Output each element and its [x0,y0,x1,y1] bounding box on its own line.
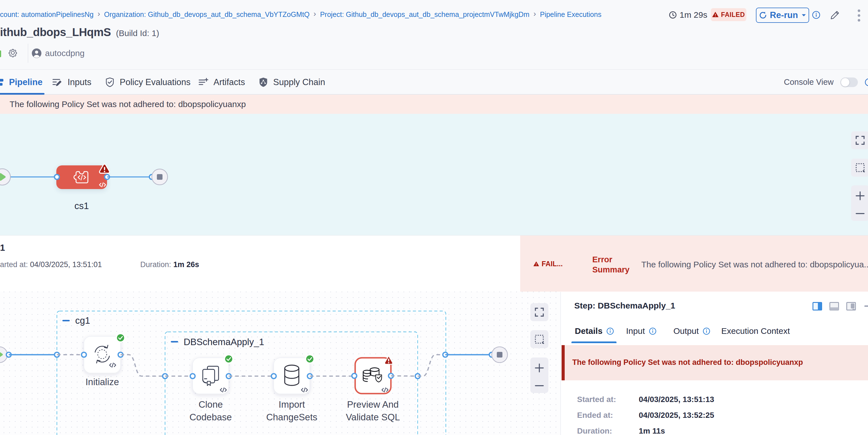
detail-row-ended: Ended at:04/03/2025, 13:52:25 [577,411,714,420]
fullscreen-button[interactable] [851,131,868,149]
panel-tab-details[interactable]: Details [575,326,614,336]
connector-dot [190,374,195,378]
rerun-button-label: Re-run [770,10,798,20]
stage-graph-canvas[interactable]: cs1 [0,114,868,235]
stage-duration: Duration:1m 26s [140,260,199,269]
info-icon[interactable] [649,328,656,335]
success-badge [224,355,233,363]
success-badge [306,355,314,363]
stage-started-value: 04/03/2025, 13:51:01 [30,260,102,269]
connector-dot [271,374,276,378]
trigger-user: autocdpng [45,49,85,58]
view-right-icon[interactable] [846,302,856,310]
tab-pipeline-label: Pipeline [9,77,42,87]
execution-graph-canvas[interactable]: cg1 Initialize DBSchemaApply_1 [0,291,560,435]
stage-started-label: arted at: [0,260,28,269]
success-badge [116,334,125,342]
active-tab-underline [571,341,617,343]
stage-error-summary: FAIL... ErrorSummary The following Polic… [520,236,868,291]
console-view-control: Console View [784,70,858,95]
detail-row-ended-label: Ended at: [577,411,639,420]
stage-summary-band: 1 arted at: 04/03/2025, 13:51:01 Duratio… [0,235,868,291]
policy-banner: The following Policy Set was not adhered… [0,95,868,114]
breadcrumb-account[interactable]: count: automationPipelinesNg [0,10,93,19]
stage-end-node [152,169,167,185]
stage-node-cs1[interactable] [54,164,110,189]
inputs-icon [52,77,63,87]
breadcrumb-pipeline-executions[interactable]: Pipeline Executions [540,10,601,19]
toggle-knob [841,78,850,87]
exec-end-node [492,347,507,363]
shield-check-icon [105,77,115,87]
status-badge-label: FAILED [721,11,745,19]
panel-tab-details-label: Details [575,326,602,336]
step-node-clone-codebase[interactable] [190,355,233,394]
info-icon[interactable] [865,78,868,87]
step-node-initialize[interactable] [82,334,125,373]
stage-node-label: cs1 [74,200,89,211]
breadcrumb-separator-icon: › [533,9,536,18]
detail-row-started-value: 04/03/2025, 13:51:13 [639,395,714,404]
step-error-message: The following Policy Set was not adhered… [572,358,803,367]
tab-pipeline[interactable]: Pipeline [0,70,42,95]
zoom-in-button[interactable] [534,363,545,373]
info-icon[interactable] [607,328,614,335]
pipeline-puzzle-icon [0,77,4,87]
tab-inputs[interactable]: Inputs [52,70,91,95]
step-node-import-changesets[interactable] [271,355,314,394]
console-view-label: Console View [784,77,834,87]
title-row: ithub_dbops_LHqmS (Build Id: 1) [0,26,159,40]
tab-supply-chain[interactable]: Supply Chain [258,70,325,95]
divider [28,44,28,63]
breadcrumb-organization[interactable]: Organization: Github_db_devops_aut_db_sc… [104,10,310,19]
edit-pencil-icon[interactable] [829,9,841,21]
view-bottom-icon[interactable] [829,302,839,310]
tab-artifacts[interactable]: Artifacts [198,70,245,95]
zoom-out-button[interactable] [534,384,545,388]
tab-policy-evaluations[interactable]: Policy Evaluations [105,70,191,95]
info-icon[interactable] [703,328,710,335]
chevron-down-icon [801,13,806,17]
fullscreen-button[interactable] [530,303,548,321]
kebab-menu-icon[interactable] [857,8,861,23]
breadcrumb-separator-icon: › [313,9,316,18]
step-node-preview-validate-sql[interactable] [352,356,393,394]
step-label-clone-1: Clone [198,399,223,410]
edge-dashed [121,355,165,376]
view-split-icon[interactable] [812,302,822,310]
panel-collapse-icon[interactable] [864,305,868,307]
panel-tab-execution-context[interactable]: Execution Context [721,326,790,336]
stage-started-at: arted at: 04/03/2025, 13:51:01 [0,260,102,269]
zoom-in-button[interactable] [855,191,865,201]
marquee-select-button[interactable] [851,159,868,177]
error-box-bar [562,345,565,380]
step-label-clone-2: Codebase [190,412,232,422]
page-title: ithub_dbops_LHqmS [0,26,111,39]
step-panel-title: Step: DBSchemaApply_1 [574,301,675,310]
panel-tab-input[interactable]: Input [626,326,656,336]
step-label-initialize: Initialize [85,377,119,387]
detail-row-ended-value: 04/03/2025, 13:52:25 [639,411,714,420]
detail-row-duration-label: Duration: [577,427,639,435]
stage-name: 1 [0,243,5,253]
refresh-icon [759,11,767,20]
gear-icon[interactable] [8,49,18,58]
stop-icon [157,174,162,180]
console-view-toggle[interactable] [840,77,858,87]
edge-dashed [418,355,445,376]
zoom-out-button[interactable] [855,212,865,216]
breadcrumb-project[interactable]: Project: Github_db_devops_aut_db_schema_… [320,10,529,19]
info-icon[interactable] [812,11,820,19]
connector-dot [352,373,356,378]
failure-badge [385,356,393,364]
breadcrumb: count: automationPipelinesNg › Organizat… [0,9,601,20]
marquee-select-button[interactable] [530,330,548,348]
rerun-button[interactable]: Re-run [756,8,809,23]
group-cg1-label: cg1 [75,315,90,326]
artifacts-icon [198,77,209,87]
policy-banner-text: The following Policy Set was not adhered… [9,99,246,109]
zoom-control [851,185,868,221]
status-green-icon [0,51,1,57]
panel-tab-output[interactable]: Output [673,326,710,336]
execution-graph: cg1 Initialize DBSchemaApply_1 [0,291,560,435]
